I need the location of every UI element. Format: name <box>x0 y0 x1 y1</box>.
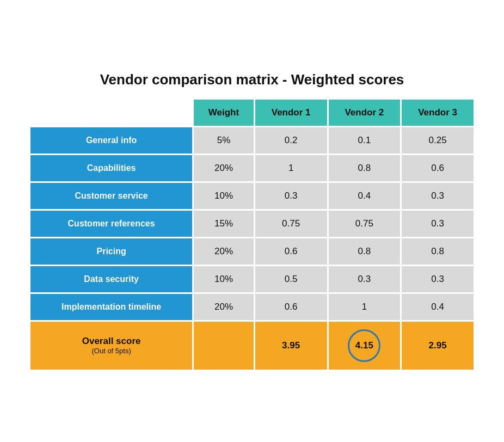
row-v2-5: 0.3 <box>329 266 401 292</box>
highlighted-v2-score: 4.15 <box>348 329 380 362</box>
table-row: Customer references15%0.750.750.3 <box>30 211 474 237</box>
row-v3-5: 0.3 <box>402 266 474 292</box>
row-v3-6: 0.4 <box>402 294 474 320</box>
comparison-table: Weight Vendor 1 Vendor 2 Vendor 3 Genera… <box>29 98 475 371</box>
row-weight-6: 20% <box>194 294 254 320</box>
row-v3-0: 0.25 <box>402 127 474 154</box>
row-weight-3: 15% <box>194 211 254 237</box>
row-label-5: Data security <box>30 266 192 292</box>
page-title: Vendor comparison matrix - Weighted scor… <box>29 71 475 88</box>
row-v2-3: 0.75 <box>329 211 401 237</box>
row-weight-1: 20% <box>194 155 254 181</box>
header-weight: Weight <box>194 100 254 126</box>
row-v2-6: 1 <box>329 294 401 320</box>
footer-label: Overall score (Out of 5pts) <box>30 322 192 370</box>
table-row: Capabilities20%10.80.6 <box>30 155 474 181</box>
row-v1-0: 0.2 <box>255 127 327 154</box>
row-v1-5: 0.5 <box>255 266 327 292</box>
row-v1-4: 0.6 <box>255 238 327 265</box>
row-v1-2: 0.3 <box>255 183 327 209</box>
row-weight-2: 10% <box>194 183 254 209</box>
row-label-4: Pricing <box>30 238 192 265</box>
footer-v1: 3.95 <box>255 322 327 370</box>
footer-v2: 4.15 <box>329 322 401 370</box>
table-row: Implementation timeline20%0.610.4 <box>30 294 474 320</box>
header-vendor3: Vendor 3 <box>402 100 474 126</box>
page-container: Vendor comparison matrix - Weighted scor… <box>18 60 486 382</box>
footer-weight-empty <box>194 322 254 370</box>
row-v2-2: 0.4 <box>329 183 401 209</box>
row-weight-5: 10% <box>194 266 254 292</box>
header-vendor1: Vendor 1 <box>255 100 327 126</box>
row-v3-4: 0.8 <box>402 238 474 265</box>
row-v2-1: 0.8 <box>329 155 401 181</box>
row-v2-4: 0.8 <box>329 238 401 265</box>
row-v3-2: 0.3 <box>402 183 474 209</box>
row-label-6: Implementation timeline <box>30 294 192 320</box>
row-label-2: Customer service <box>30 183 192 209</box>
row-v2-0: 0.1 <box>329 127 401 154</box>
row-v1-6: 0.6 <box>255 294 327 320</box>
row-weight-0: 5% <box>194 127 254 154</box>
header-vendor2: Vendor 2 <box>329 100 401 126</box>
footer-v3: 2.95 <box>402 322 474 370</box>
row-label-3: Customer references <box>30 211 192 237</box>
row-label-1: Capabilities <box>30 155 192 181</box>
row-label-0: General info <box>30 127 192 154</box>
row-weight-4: 20% <box>194 238 254 265</box>
row-v3-3: 0.3 <box>402 211 474 237</box>
table-row: Pricing20%0.60.80.8 <box>30 238 474 265</box>
table-row: General info5%0.20.10.25 <box>30 127 474 154</box>
row-v1-1: 1 <box>255 155 327 181</box>
table-row: Customer service10%0.30.40.3 <box>30 183 474 209</box>
table-row: Data security10%0.50.30.3 <box>30 266 474 292</box>
header-empty <box>30 100 192 126</box>
row-v3-1: 0.6 <box>402 155 474 181</box>
row-v1-3: 0.75 <box>255 211 327 237</box>
